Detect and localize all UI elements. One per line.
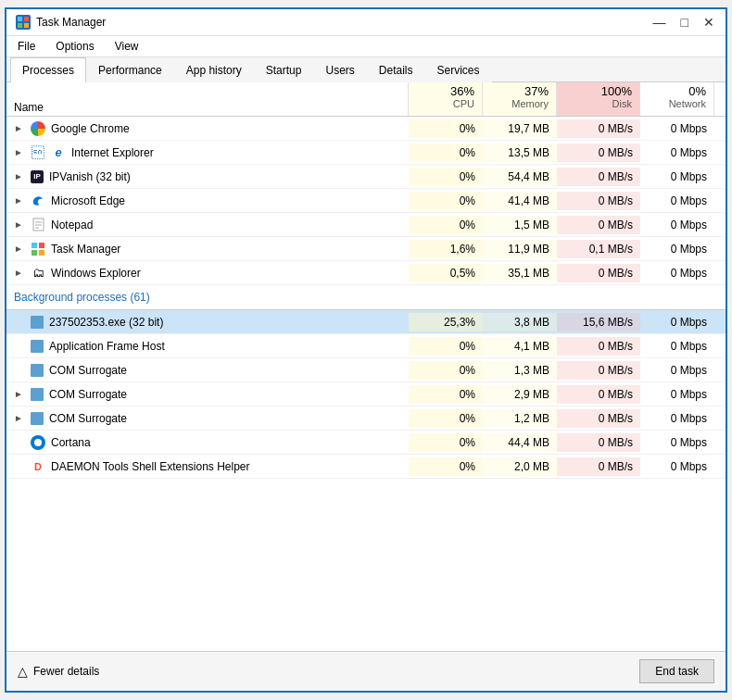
process-name: COM Surrogate <box>6 361 409 380</box>
process-memory: 41,4 MB <box>483 192 557 210</box>
title-bar: Task Manager — □ ✕ <box>6 9 726 36</box>
process-network: 0 Mbps <box>640 216 714 234</box>
expand-arrow[interactable]: ► <box>14 195 25 206</box>
table-row[interactable]: D DAEMON Tools Shell Extensions Helper 0… <box>6 455 726 479</box>
main-content: Name 36% CPU 37% Memory 100% Disk 0% Net… <box>6 82 726 651</box>
process-disk: 0 MB/s <box>557 337 640 356</box>
svg-rect-11 <box>39 250 44 256</box>
process-name: ► Microsoft Edge <box>6 191 409 211</box>
process-disk: 0,1 MB/s <box>557 240 640 258</box>
expand-arrow[interactable]: ► <box>14 123 25 133</box>
end-task-button[interactable]: End task <box>639 659 714 683</box>
table-row[interactable]: ► Task Manager 1,6% 11,9 MB 0,1 MB/s 0 M… <box>6 237 726 261</box>
app-icon <box>16 15 31 30</box>
expand-arrow[interactable]: ► <box>14 219 25 230</box>
process-cpu: 0% <box>409 385 483 404</box>
expand-arrow[interactable]: ► <box>14 413 25 423</box>
tab-performance[interactable]: Performance <box>86 57 174 82</box>
svg-rect-10 <box>32 250 37 256</box>
disk-column-header[interactable]: 100% Disk <box>557 82 640 116</box>
tab-details[interactable]: Details <box>367 57 425 82</box>
process-disk: 0 MB/s <box>557 144 640 162</box>
process-cpu: 0% <box>409 119 483 138</box>
tab-startup[interactable]: Startup <box>254 57 314 82</box>
tab-users[interactable]: Users <box>313 57 366 82</box>
process-name: Application Frame Host <box>6 337 409 356</box>
table-row[interactable]: ► Google Chrome 0% 19,7 MB 0 MB/s 0 Mbps <box>6 117 726 141</box>
window-controls: — □ ✕ <box>651 15 716 30</box>
menu-view[interactable]: View <box>111 38 143 55</box>
process-name: ► COM Surrogate <box>6 409 409 428</box>
expand-arrow[interactable]: ► <box>14 244 25 254</box>
process-cpu: 1,6% <box>409 240 483 258</box>
process-memory: 3,8 MB <box>483 313 557 331</box>
name-column-header[interactable]: Name <box>6 82 409 116</box>
process-network: 0 Mbps <box>640 264 714 282</box>
process-cpu: 0% <box>409 216 483 234</box>
table-row[interactable]: ► COM Surrogate 0% 2,9 MB 0 MB/s 0 Mbps <box>6 382 726 406</box>
process-memory: 35,1 MB <box>483 264 557 282</box>
title-bar-left: Task Manager <box>16 15 106 30</box>
process-disk: 0 MB/s <box>557 216 640 234</box>
process-memory: 13,5 MB <box>483 144 557 162</box>
process-cpu: 0% <box>409 433 483 452</box>
table-row[interactable]: ► Microsoft Edge 0% 41,4 MB 0 MB/s 0 Mbp… <box>6 189 726 213</box>
process-network: 0 Mbps <box>640 144 714 162</box>
process-table-body[interactable]: ► Google Chrome 0% 19,7 MB 0 MB/s 0 Mbps… <box>6 117 726 651</box>
process-network: 0 Mbps <box>640 457 714 476</box>
svg-rect-2 <box>18 23 22 28</box>
process-cpu: 0% <box>409 337 483 356</box>
process-disk: 0 MB/s <box>557 385 640 404</box>
process-name: ► IP IPVanish (32 bit) <box>6 168 409 186</box>
process-memory: 1,3 MB <box>483 361 557 380</box>
tab-app-history[interactable]: App history <box>174 57 254 82</box>
tab-services[interactable]: Services <box>425 57 492 82</box>
table-row[interactable]: Cortana 0% 44,4 MB 0 MB/s 0 Mbps <box>6 431 726 455</box>
menu-file[interactable]: File <box>14 38 39 55</box>
tab-processes[interactable]: Processes <box>10 57 86 82</box>
table-row[interactable]: ► IP IPVanish (32 bit) 0% 54,4 MB 0 MB/s… <box>6 165 726 189</box>
table-row[interactable]: ► e Internet Explorer 0% 13,5 MB 0 MB/s… <box>6 141 726 165</box>
expand-arrow[interactable]: ► <box>14 268 25 278</box>
processes-list: ► Google Chrome 0% 19,7 MB 0 MB/s 0 Mbps… <box>6 117 726 285</box>
close-button[interactable]: ✕ <box>701 15 716 30</box>
process-memory: 54,4 MB <box>483 168 557 186</box>
table-row[interactable]: ► 🗂 Windows Explorer 0,5% 35,1 MB 0 MB/s… <box>6 261 726 285</box>
process-name: 237502353.exe (32 bit) <box>6 313 409 331</box>
process-network: 0 Mbps <box>640 240 714 258</box>
footer: △ Fewer details End task <box>6 651 726 691</box>
process-network: 0 Mbps <box>640 119 714 138</box>
table-row[interactable]: COM Surrogate 0% 1,3 MB 0 MB/s 0 Mbps <box>6 358 726 382</box>
table-row[interactable]: 237502353.exe (32 bit) 25,3% 3,8 MB 15,6… <box>6 310 726 334</box>
process-name: ► Google Chrome <box>6 119 409 139</box>
process-cpu: 0,5% <box>409 264 483 282</box>
process-network: 0 Mbps <box>640 313 714 331</box>
process-name: ► e Internet Explorer <box>6 143 409 163</box>
minimize-button[interactable]: — <box>651 15 668 30</box>
scrollbar-header <box>714 82 726 116</box>
process-name: Cortana <box>6 432 409 453</box>
process-memory: 1,2 MB <box>483 409 557 428</box>
fewer-details-button[interactable]: △ Fewer details <box>18 664 99 679</box>
process-cpu: 0% <box>409 192 483 210</box>
expand-arrow[interactable]: ► <box>14 171 25 181</box>
process-cpu: 25,3% <box>409 313 483 331</box>
cpu-column-header[interactable]: 36% CPU <box>409 82 483 116</box>
process-disk: 0 MB/s <box>557 192 640 210</box>
table-row[interactable]: ► Notepad 0% 1,5 MB 0 MB/s 0 Mbps <box>6 213 726 237</box>
table-row[interactable]: ► COM Surrogate 0% 1,2 MB 0 MB/s 0 Mbps <box>6 406 726 431</box>
process-memory: 44,4 MB <box>483 433 557 452</box>
menu-options[interactable]: Options <box>52 38 97 55</box>
expand-arrow[interactable]: ► <box>14 389 25 399</box>
expand-arrow[interactable]: ► <box>14 147 25 157</box>
process-memory: 2,0 MB <box>483 457 557 476</box>
memory-column-header[interactable]: 37% Memory <box>483 82 557 116</box>
column-headers: Name 36% CPU 37% Memory 100% Disk 0% Net… <box>6 82 726 117</box>
table-row[interactable]: Application Frame Host 0% 4,1 MB 0 MB/s … <box>6 334 726 358</box>
bg-section-title: Background processes (61) <box>6 285 726 309</box>
process-memory: 2,9 MB <box>483 385 557 404</box>
process-memory: 4,1 MB <box>483 337 557 356</box>
network-column-header[interactable]: 0% Network <box>640 82 714 116</box>
maximize-button[interactable]: □ <box>679 15 690 30</box>
process-cpu: 0% <box>409 457 483 476</box>
